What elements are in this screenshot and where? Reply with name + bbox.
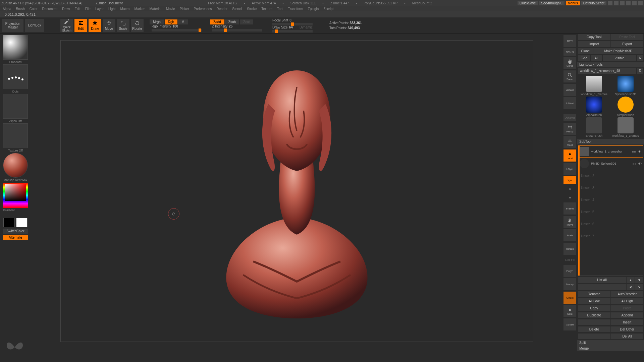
menu-brush[interactable]: Brush <box>16 7 25 11</box>
alternate-button[interactable]: Alternate <box>3 235 28 240</box>
lightbox-tools-header[interactable]: Lightbox › Tools <box>577 62 644 67</box>
menu-render[interactable]: Render <box>217 7 228 11</box>
tool-item[interactable]: EraserBrush <box>579 117 609 137</box>
nav-rotate-button[interactable]: Rotate <box>564 243 576 255</box>
import-button[interactable]: Import <box>578 41 610 47</box>
seethrough-slider[interactable]: See-through 0 <box>539 1 564 5</box>
tool-item[interactable]: SphereBrush3D <box>610 76 641 96</box>
arrow-up-button[interactable]: ▲ <box>627 277 635 283</box>
menu-zplugin[interactable]: Zplugin <box>308 7 319 11</box>
ghost-button[interactable]: Ghost <box>564 292 576 304</box>
menu-alpha[interactable]: Alpha <box>3 7 11 11</box>
floor-button[interactable]: Floor <box>564 136 576 148</box>
subtool-empty-slot[interactable]: Unseal 5 <box>578 206 643 218</box>
bpr-button[interactable]: BPR <box>564 35 576 47</box>
rgb-toggle[interactable]: Rgb <box>165 19 177 24</box>
menu-document[interactable]: Document <box>42 7 58 11</box>
move-down-button[interactable]: ⬊ <box>635 284 643 290</box>
copy-tool-button[interactable]: Copy Tool <box>578 34 610 40</box>
focal-shift-slider[interactable] <box>272 23 313 25</box>
actual-button[interactable]: Actual <box>564 84 576 96</box>
menu-movie[interactable]: Movie <box>166 7 175 11</box>
switchcolor-button[interactable]: SwitchColor <box>3 229 28 234</box>
menu-picker[interactable]: Picker <box>180 7 189 11</box>
color-picker[interactable] <box>3 183 28 208</box>
secondary-color-swatch[interactable] <box>3 218 15 227</box>
lsym-button[interactable]: LSym <box>564 163 576 175</box>
menu-draw[interactable]: Draw <box>62 7 70 11</box>
move-mode-button[interactable]: Move <box>103 19 115 32</box>
rgb-intensity-slider[interactable] <box>152 29 202 32</box>
subtool-empty-slot[interactable]: Unseal 7 <box>578 230 643 242</box>
nav-scale-button[interactable]: Scale <box>564 229 576 241</box>
menu-zscript[interactable]: Zscript <box>323 7 333 11</box>
menu-tool[interactable]: Tool <box>277 7 283 11</box>
subtool-header[interactable]: SubTool <box>577 139 644 144</box>
rot-center2-button[interactable]: ⊕ <box>564 194 576 201</box>
maximize-icon[interactable] <box>632 1 637 5</box>
texture-thumbnail[interactable] <box>3 123 28 148</box>
list-all-button[interactable]: List All <box>578 277 626 283</box>
lightbox-button[interactable]: LightBox <box>25 19 44 32</box>
subtool-empty-slot[interactable]: Unseal 3 <box>578 182 643 194</box>
m-toggle[interactable]: M <box>178 19 187 24</box>
spix-slider[interactable]: SPix 3 <box>564 48 576 56</box>
local-button[interactable]: Local <box>564 149 576 162</box>
scale-mode-button[interactable]: Scale <box>117 19 129 32</box>
split-header[interactable]: Split <box>577 340 644 346</box>
eye-icon[interactable]: 👁 <box>638 150 641 154</box>
current-tool-name[interactable]: workflow_1_zremesher_48 <box>578 68 636 74</box>
quicksave-button[interactable]: QuickSave <box>518 1 538 5</box>
export-button[interactable]: Export <box>611 41 644 47</box>
menu-transform[interactable]: Transform <box>288 7 303 11</box>
rotate-mode-button[interactable]: Rotate <box>131 19 144 32</box>
copy-subtool-button[interactable]: Copy <box>578 305 610 311</box>
autoreorder-button[interactable]: AutoReorder <box>611 291 644 297</box>
subtool-row[interactable]: PM3D_Sphere3D1 ●● 👁 <box>578 158 643 170</box>
edit-mode-button[interactable]: Edit <box>74 19 87 32</box>
primary-color-swatch[interactable] <box>16 218 28 227</box>
scroll-button[interactable]: Scroll <box>564 57 576 69</box>
menu-texture[interactable]: Texture <box>261 7 272 11</box>
goz-r-button[interactable]: R <box>637 55 643 61</box>
subtool-row[interactable]: workflow_1_zremesher ●● 👁 <box>578 145 643 158</box>
tool-item[interactable]: AlphaBrush <box>579 97 609 117</box>
zadd-toggle[interactable]: Zadd <box>210 19 224 24</box>
zsub-toggle[interactable]: Zsub <box>225 19 239 24</box>
menu-edit[interactable]: Edit <box>75 7 80 11</box>
xpose-button[interactable]: Xpose <box>564 318 576 330</box>
nav-move-button[interactable]: Move <box>564 216 576 228</box>
polyf-button[interactable]: PolyF <box>564 265 576 277</box>
subtool-empty-slot[interactable]: Unseal 4 <box>578 194 643 206</box>
menu-color[interactable]: Color <box>30 7 38 11</box>
paste-tool-button[interactable]: Paste Tool <box>611 34 644 40</box>
tool-item[interactable]: workflow_1_zremes <box>610 117 641 137</box>
aahalf-button[interactable]: AAHalf <box>564 97 576 109</box>
brush-thumbnail[interactable] <box>3 35 28 60</box>
duplicate-button[interactable]: Duplicate <box>578 312 610 318</box>
dynamic-toggle[interactable]: Dynamic <box>564 114 576 121</box>
tool-item[interactable]: SimpleBrush <box>610 97 641 117</box>
zoom-button[interactable]: Zoom <box>564 70 576 82</box>
frame-button[interactable]: Frame <box>564 202 576 215</box>
transp-button[interactable]: Transp <box>564 278 576 290</box>
help-icon[interactable] <box>620 1 625 5</box>
eye-icon[interactable]: 👁 <box>638 162 642 166</box>
close-icon[interactable] <box>638 1 643 5</box>
rename-button[interactable]: Rename <box>578 291 610 297</box>
solo-button[interactable]: ●Solo <box>564 305 576 317</box>
mrgb-toggle[interactable]: Mrgb <box>150 19 164 24</box>
z-intensity-slider[interactable] <box>212 29 262 32</box>
subtool-empty-slot[interactable]: Unseal 6 <box>578 218 643 230</box>
menu-stroke[interactable]: Stroke <box>247 7 257 11</box>
layout-icon[interactable] <box>608 1 612 5</box>
tool-r-button[interactable]: R <box>637 68 643 74</box>
menu-light[interactable]: Light <box>108 7 116 11</box>
goz-visible-button[interactable]: Visible <box>603 55 636 61</box>
material-thumbnail[interactable] <box>3 153 28 178</box>
del-other-button[interactable]: Del Other <box>611 326 644 332</box>
menus-toggle[interactable]: Menus <box>566 1 580 5</box>
draw-size-slider[interactable] <box>272 30 313 33</box>
projection-master-button[interactable]: Projection Master <box>2 19 23 32</box>
defaultzscript-button[interactable]: DefaultZScript <box>581 1 606 5</box>
